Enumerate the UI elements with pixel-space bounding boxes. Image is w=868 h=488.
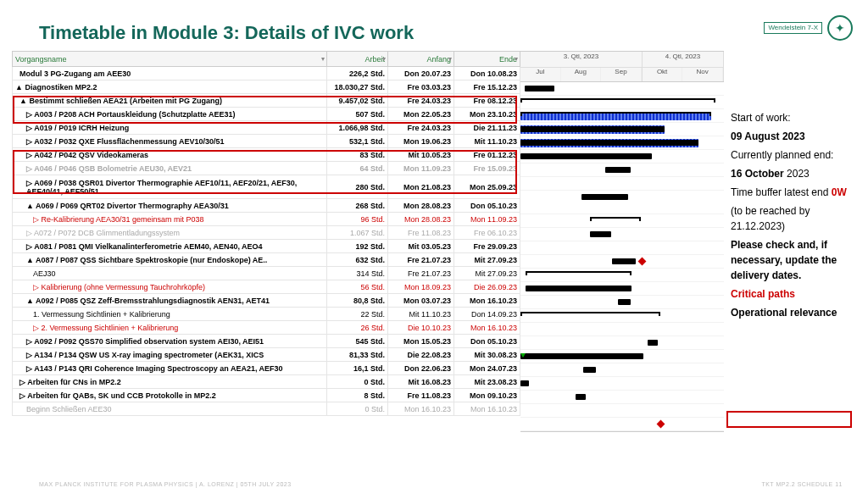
gantt-row: [520, 96, 724, 109]
highlight-box-3: [726, 411, 852, 428]
operational-relevance: Operational relevance: [731, 305, 855, 320]
table-row[interactable]: ▷ A032 / P032 QXE Flussflächenmessung AE…: [13, 135, 520, 148]
logo-group: Wendelstein 7-X ✦: [764, 15, 853, 41]
table-row[interactable]: Modul 3 PG-Zugang am AEE30226,2 Std.Don …: [13, 67, 520, 80]
gantt-row: [520, 418, 724, 431]
side-notes: Start of work: 09 August 2023 Currently …: [724, 51, 855, 432]
gantt-row: [520, 363, 724, 377]
table-row[interactable]: ▷ A069 / P038 QSR01 Divertor Thermograph…: [13, 175, 520, 199]
gantt-row: [520, 323, 724, 336]
gantt-chart: 3. Qtl, 2023 Jul Aug Sep 4. Qtl, 2023 Ok…: [520, 51, 724, 432]
gantt-row: [520, 123, 724, 136]
gantt-row: [520, 191, 724, 214]
gantt-q3: 3. Qtl, 2023: [520, 52, 642, 68]
table-row[interactable]: ▷ Arbeiten für QABs, SK und CCB Protokol…: [13, 389, 520, 402]
table-row[interactable]: 1. Vermessung Sichtlinien + Kalibrierung…: [13, 308, 520, 321]
table-row[interactable]: ▷ Re-Kalibrierung AEA30/31 gemeinsam mit…: [13, 213, 520, 226]
gantt-row: [520, 269, 724, 282]
gantt-row: [520, 214, 724, 228]
mpg-logo: ✦: [827, 15, 853, 41]
table-row[interactable]: ▷ A046 / P046 QSB Bolometrie AEU30, AEV2…: [13, 162, 520, 175]
table-row[interactable]: ▲ A069 / P069 QRT02 Divertor Thermograph…: [13, 199, 520, 213]
gantt-row: [520, 296, 724, 309]
table-row[interactable]: ▲ A092 / P085 QSZ Zeff-Bremsstrahlungsdi…: [13, 294, 520, 308]
slide-title: Timetable in Module 3: Details of IVC wo…: [0, 0, 868, 44]
gantt-row: [520, 241, 724, 255]
gantt-row: [520, 255, 724, 269]
table-row[interactable]: ▷ 2. Vermessung Sichtlinien + Kalibrieru…: [13, 321, 520, 335]
col-work[interactable]: Arbeit▾: [327, 52, 388, 67]
gantt-row: [520, 136, 724, 150]
gantt-row: [520, 391, 724, 404]
gantt-row: [520, 82, 724, 96]
table-row[interactable]: ▲ A087 / P087 QSS Sichtbare Spektroskopi…: [13, 253, 520, 267]
table-row[interactable]: Beginn Schließen AEE300 Std.Mon 16.10.23…: [13, 402, 520, 416]
table-row[interactable]: AEJ30314 Std.Fre 21.07.23Mit 27.09.23: [13, 267, 520, 280]
task-table-wrap: Vorgangsname▾ Arbeit▾ Anfang▾ Ende▾ Modu…: [12, 51, 520, 432]
footer-left: MAX PLANCK INSTITUTE FOR PLASMA PHYSICS …: [39, 481, 292, 487]
table-row[interactable]: ▷ Kalibrierung (ohne Vermessung Tauchroh…: [13, 280, 520, 294]
gantt-row: [520, 177, 724, 191]
table-row[interactable]: ▷ A143 / P143 QRI Coherence Imaging Spec…: [13, 362, 520, 375]
table-row[interactable]: ▷ A092 / P092 QSS70 Simplified observati…: [13, 335, 520, 348]
gantt-row: [520, 109, 724, 123]
table-row[interactable]: ▷ A134 / P134 QSW US X-ray imaging spect…: [13, 348, 520, 362]
table-row[interactable]: ▷ A081 / P081 QMI Vielkanalinterferometr…: [13, 240, 520, 253]
table-row[interactable]: ▷ A003 / P208 ACH Portauskleidung (Schut…: [13, 108, 520, 121]
col-start[interactable]: Anfang▾: [388, 52, 454, 67]
table-row[interactable]: ▲ Bestimmt schließen AEA21 (Arbeiten mit…: [13, 94, 520, 108]
gantt-row: [520, 164, 724, 177]
gantt-row: [520, 377, 724, 391]
table-row[interactable]: ▷ A072 / P072 DCB Glimmentladungssystem1…: [13, 226, 520, 240]
gantt-q4: 4. Qtl, 2023: [643, 52, 723, 68]
table-row[interactable]: ▷ A019 / P019 ICRH Heizung1.066,98 Std.F…: [13, 121, 520, 135]
gantt-row: [520, 350, 724, 363]
gantt-row: [520, 282, 724, 296]
wendelstein-logo: Wendelstein 7-X: [764, 22, 822, 34]
gantt-row: [520, 150, 724, 164]
task-table: Vorgangsname▾ Arbeit▾ Anfang▾ Ende▾ Modu…: [12, 51, 520, 416]
col-end[interactable]: Ende▾: [454, 52, 520, 67]
gantt-row: [520, 404, 724, 418]
table-row[interactable]: ▲ Diagnostiken MP2.218.030,27 Std.Fre 03…: [13, 80, 520, 94]
col-name[interactable]: Vorgangsname▾: [13, 52, 327, 67]
gantt-row: [520, 228, 724, 241]
table-row[interactable]: ▷ A042 / P042 QSV Videokameras83 Std.Mit…: [13, 148, 520, 162]
gantt-row: [520, 336, 724, 350]
table-row[interactable]: ▷ Arbeiten für CNs in MP2.20 Std.Mit 16.…: [13, 375, 520, 389]
footer-right: TKT MP2.2 SCHEDULE 11: [761, 481, 843, 487]
gantt-row: [520, 309, 724, 323]
